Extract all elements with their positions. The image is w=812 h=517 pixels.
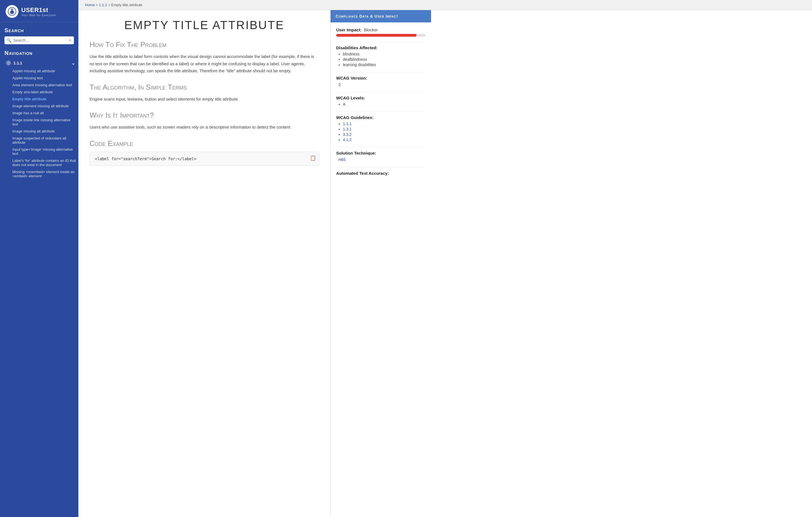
compliance-panel: Compliance Data & User Impact User Impac… [330, 10, 431, 517]
nav-child-label-for-missing[interactable]: Label's 'for' attribute contains an ID t… [10, 157, 78, 168]
section-algorithm: The Algorithm, In Simple Terms Engine sc… [90, 83, 319, 103]
nav-parent-icon: ⓘ [6, 60, 11, 66]
solution-technique-row: Solution Technique: H65 [336, 151, 426, 162]
wcag-guideline-item: 1.3.1 [343, 127, 426, 131]
logo-subtitle: Your Web for Everyone [21, 14, 56, 17]
nav-child-image-inside-link-missing-alt[interactable]: Image inside link missing alternative te… [10, 116, 78, 128]
nav-parent-left: ⓘ 1.1.1 [6, 60, 22, 66]
divider-4 [336, 111, 426, 112]
logo-area: USER1st Your Web for Everyone [0, 0, 78, 22]
user-impact-label-row: User Impact: Blocker [336, 27, 426, 32]
wcag-levels-list: A [336, 102, 426, 106]
wcag-guideline-link-1.1.1[interactable]: 1.1.1 [343, 121, 352, 126]
automated-test-label: Automated Test Accuracy: [336, 171, 426, 175]
user-impact-label: User Impact: [336, 27, 361, 32]
nav-child-image-missing-alt[interactable]: Image missing alt attribute [10, 128, 78, 135]
breadcrumb-sep1: > [96, 3, 99, 7]
breadcrumb: Home > 1.1.1 > Empty title attribute [78, 0, 812, 10]
nav-heading: Navigation [4, 50, 78, 56]
wcag-version-row: WCAG Version: 2 [336, 76, 426, 87]
user-impact-row: User Impact: Blocker [336, 27, 426, 37]
impact-bar-bg [336, 34, 426, 37]
nav-child-empty-aria-label[interactable]: Empty aria-label attribute [10, 88, 78, 96]
heading-how-to-fix: How To Fix The Problem [90, 40, 319, 49]
breadcrumb-home[interactable]: Home [85, 3, 95, 7]
breadcrumb-current: Empty title attribute [111, 3, 142, 7]
clear-icon[interactable]: ✕ [68, 38, 71, 43]
disability-item: learning disabilities [343, 62, 426, 67]
wcag-guideline-item: 1.1.1 [343, 121, 426, 126]
wcag-guideline-item: 3.3.2 [343, 132, 426, 137]
disabilities-list: blindnessdeafblindnesslearning disabilit… [336, 52, 426, 67]
solution-technique-label: Solution Technique: [336, 151, 426, 156]
disability-item: blindness [343, 52, 426, 56]
nav-section: Navigation ⓘ 1.1.1 ⌄ Applet missing alt … [0, 47, 78, 182]
compliance-header: Compliance Data & User Impact [330, 10, 431, 22]
breadcrumb-sep2: > [108, 3, 111, 7]
chevron-down-icon: ⌄ [71, 60, 75, 66]
compliance-body: User Impact: Blocker Disabilities Affect… [330, 22, 431, 186]
wcag-guideline-item: 4.1.2 [343, 137, 426, 142]
divider-2 [336, 72, 426, 72]
search-heading: Search [4, 27, 74, 34]
wcag-guideline-link-1.3.1[interactable]: 1.3.1 [343, 127, 352, 131]
nav-child-applet-missing-alt[interactable]: Applet missing alt attribute [10, 67, 78, 75]
nav-child-image-element-missing-alt[interactable]: Image element missing alt attribute [10, 103, 78, 109]
search-icon: 🔍 [7, 38, 11, 43]
code-content: <label for="searchTerm">Search for:</lab… [95, 157, 196, 161]
wcag-guidelines-row: WCAG Guidelines: 1.1.11.3.13.3.24.1.2 [336, 115, 426, 142]
wcag-level-item: A [343, 102, 426, 106]
solution-link[interactable]: H65 [339, 157, 346, 162]
nav-parent-1.1.1[interactable]: ⓘ 1.1.1 ⌄ [4, 58, 78, 67]
disabilities-label: Disabilities Affected: [336, 45, 426, 50]
sidebar: USER1st Your Web for Everyone Search 🔍 ✕… [0, 0, 78, 517]
divider-5 [336, 147, 426, 147]
copy-button[interactable]: 📋 [310, 155, 316, 161]
section-code-example: Code Example <label for="searchTerm">Sea… [90, 139, 319, 166]
wcag-guidelines-label: WCAG Guidelines: [336, 115, 426, 120]
logo-icon [6, 5, 19, 18]
section-why-important: Why Is It Important? Users who use assis… [90, 111, 319, 131]
nav-child-image-redundant-alt[interactable]: Image suspected of redundant alt attribu… [10, 135, 78, 146]
body-why-important: Users who use assistive tools, such as s… [90, 124, 319, 131]
nav-child-applet-missing-text[interactable]: Applet missing text [10, 75, 78, 82]
section-how-to-fix: How To Fix The Problem Use the title att… [90, 40, 319, 75]
nav-child-image-null-alt[interactable]: Image has a null alt [10, 109, 78, 116]
wcag-guidelines-list: 1.1.11.3.13.3.24.1.2 [336, 121, 426, 142]
divider-3 [336, 92, 426, 92]
impact-bar-fill [336, 34, 416, 37]
wcag-guideline-link-3.3.2[interactable]: 3.3.2 [343, 132, 352, 137]
code-block: <label for="searchTerm">Search for:</lab… [90, 152, 319, 166]
article: Empty Title Attribute How To Fix The Pro… [78, 10, 330, 517]
divider-6 [336, 167, 426, 167]
wcag-version-value: 2 [336, 82, 426, 87]
wcag-levels-row: WCAG Levels: A [336, 96, 426, 106]
logo-title: USER1st [21, 6, 56, 14]
wcag-levels-label: WCAG Levels: [336, 96, 426, 100]
svg-point-1 [11, 9, 13, 10]
disability-item: deafblindness [343, 57, 426, 62]
nav-child-input-image-missing-alt[interactable]: Input type='image' missing alternative t… [10, 146, 78, 157]
nav-child-empty-title-attribute[interactable]: Empty title attribute [10, 96, 78, 103]
nav-parent-label: 1.1.1 [13, 61, 22, 65]
content-area: Empty Title Attribute How To Fix The Pro… [78, 10, 812, 517]
nav-child-area-element-missing-alt[interactable]: Area element missing alternative text [10, 82, 78, 88]
heading-why-important: Why Is It Important? [90, 111, 319, 119]
nav-children-1.1.1: Applet missing alt attributeApplet missi… [4, 67, 78, 180]
heading-algorithm: The Algorithm, In Simple Terms [90, 83, 319, 91]
wcag-guideline-link-4.1.2[interactable]: 4.1.2 [343, 137, 352, 142]
page-title: Empty Title Attribute [90, 19, 319, 32]
wcag-version-label: WCAG Version: [336, 76, 426, 80]
main-content: Home > 1.1.1 > Empty title attribute Emp… [78, 0, 812, 517]
nav-group: ⓘ 1.1.1 ⌄ Applet missing alt attributeAp… [4, 58, 78, 180]
body-algorithm: Engine scans input, textarea, button and… [90, 96, 319, 103]
body-how-to-fix: Use the title attribute to label form co… [90, 53, 319, 75]
search-input[interactable] [13, 38, 67, 43]
automated-test-row: Automated Test Accuracy: [336, 171, 426, 175]
nav-child-missing-noembed[interactable]: Missing <noembed> element inside an <emb… [10, 168, 78, 180]
disabilities-row: Disabilities Affected: blindnessdeafblin… [336, 45, 426, 67]
logo-text: USER1st Your Web for Everyone [21, 6, 56, 17]
search-box: 🔍 ✕ [4, 36, 74, 44]
search-section: Search 🔍 ✕ [0, 22, 78, 47]
breadcrumb-section[interactable]: 1.1.1 [99, 3, 107, 7]
